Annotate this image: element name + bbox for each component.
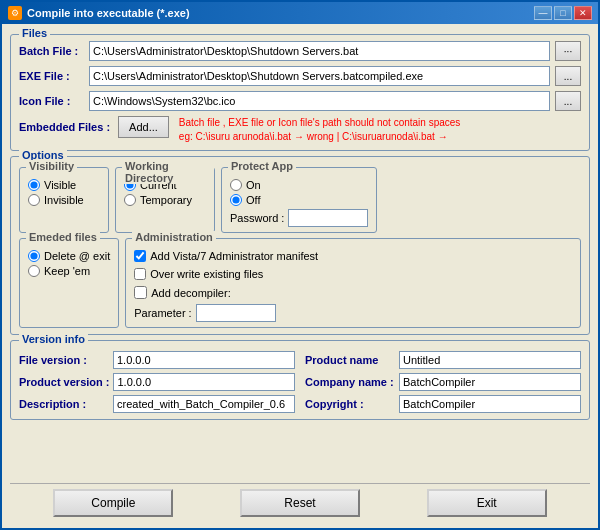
bottom-buttons: Compile Reset Exit [10,483,590,522]
password-input[interactable] [288,209,368,227]
company-name-row: Company name : [305,373,581,391]
version-left: File version : Product version : Descrip… [19,351,295,413]
temporary-radio[interactable] [124,194,136,206]
protect-on-label[interactable]: On [246,179,261,191]
batch-file-input[interactable] [89,41,550,61]
copyright-input[interactable] [399,395,581,413]
product-version-input[interactable] [113,373,295,391]
batch-file-row: Batch File : ··· [19,41,581,61]
minimize-button[interactable]: — [534,6,552,20]
delete-exit-label[interactable]: Delete @ exit [44,250,110,262]
reset-button[interactable]: Reset [240,489,360,517]
close-button[interactable]: ✕ [574,6,592,20]
visibility-options: Visible Invisible [28,179,100,206]
copyright-row: Copyright : [305,395,581,413]
maximize-button[interactable]: □ [554,6,572,20]
title-buttons: — □ ✕ [534,6,592,20]
exe-file-row: EXE File : ... [19,66,581,86]
invisible-label[interactable]: Invisible [44,194,84,206]
protect-app-label: Protect App [228,160,296,172]
compile-button[interactable]: Compile [53,489,173,517]
options-group: Options Visibility Visible Invisible [10,156,590,335]
files-group: Files Batch File : ··· EXE File : ... Ic… [10,34,590,151]
visibility-group: Visibility Visible Invisible [19,167,109,233]
delete-exit-option: Delete @ exit [28,250,110,262]
title-bar-left: ⚙ Compile into executable (*.exe) [8,6,190,20]
description-row: Description : [19,395,295,413]
product-name-input[interactable] [399,351,581,369]
overwrite-checkbox[interactable] [134,268,146,280]
product-version-label: Product version : [19,376,109,388]
version-info-group: Version info File version : Product vers… [10,340,590,420]
product-name-row: Product name [305,351,581,369]
protect-on-radio[interactable] [230,179,242,191]
visible-radio[interactable] [28,179,40,191]
visibility-label: Visibility [26,160,77,172]
exe-file-input[interactable] [89,66,550,86]
overwrite-label[interactable]: Over write existing files [150,268,263,280]
protect-on-option: On [230,179,368,191]
protect-app-options: On Off Password : [230,179,368,227]
copyright-label: Copyright : [305,398,395,410]
file-version-input[interactable] [113,351,295,369]
warning-text: Batch file , EXE file or Icon file's pat… [179,117,461,142]
batch-file-browse-button[interactable]: ··· [555,41,581,61]
embedded-files-options: Delete @ exit Keep 'em [28,250,110,277]
title-bar: ⚙ Compile into executable (*.exe) — □ ✕ [2,2,598,24]
decompiler-label[interactable]: Add decompiler: [151,287,231,299]
exe-file-label: EXE File : [19,70,84,82]
company-name-label: Company name : [305,376,395,388]
parameter-input[interactable] [196,304,276,322]
version-right: Product name Company name : Copyright : [305,351,581,413]
vista-manifest-checkbox[interactable] [134,250,146,262]
icon-file-input[interactable] [89,91,550,111]
exit-button[interactable]: Exit [427,489,547,517]
decompiler-row: Add decompiler: [134,286,572,299]
invisible-option: Invisible [28,194,100,206]
decompiler-checkbox[interactable] [134,286,147,299]
protect-off-label[interactable]: Off [246,194,260,206]
delete-exit-radio[interactable] [28,250,40,262]
administration-group: Administration Add Vista/7 Administrator… [125,238,581,328]
keep-em-label[interactable]: Keep 'em [44,265,90,277]
description-input[interactable] [113,395,295,413]
product-name-label: Product name [305,354,395,366]
product-version-row: Product version : [19,373,295,391]
icon-file-label: Icon File : [19,95,84,107]
icon-file-browse-button[interactable]: ... [555,91,581,111]
options-row: Visibility Visible Invisible W [19,167,581,233]
invisible-radio[interactable] [28,194,40,206]
keep-em-radio[interactable] [28,265,40,277]
embedded-files-label: Embedded Files : [19,121,110,133]
version-info-title: Version info [19,333,88,345]
file-version-row: File version : [19,351,295,369]
window-title: Compile into executable (*.exe) [27,7,190,19]
parameter-row: Parameter : [134,304,572,322]
icon-file-row: Icon File : ... [19,91,581,111]
parameter-label: Parameter : [134,307,191,319]
add-button[interactable]: Add... [118,116,169,138]
exe-file-browse-button[interactable]: ... [555,66,581,86]
embedded-files-group-title: Emeded files [26,231,100,243]
company-name-input[interactable] [399,373,581,391]
password-row: Password : [230,209,368,227]
protect-off-radio[interactable] [230,194,242,206]
password-label: Password : [230,212,284,224]
keep-em-option: Keep 'em [28,265,110,277]
visible-label[interactable]: Visible [44,179,76,191]
window-icon: ⚙ [8,6,22,20]
vista-manifest-option: Add Vista/7 Administrator manifest [134,250,572,262]
main-content: Files Batch File : ··· EXE File : ... Ic… [2,24,598,528]
batch-file-label: Batch File : [19,45,84,57]
file-version-label: File version : [19,354,109,366]
admin-options: Add Vista/7 Administrator manifest Over … [134,250,572,322]
version-grid: File version : Product version : Descrip… [19,351,581,413]
visible-option: Visible [28,179,100,191]
files-group-title: Files [19,27,50,39]
vista-manifest-label[interactable]: Add Vista/7 Administrator manifest [150,250,318,262]
protect-app-group: Protect App On Off Password : [221,167,377,233]
protect-off-option: Off [230,194,368,206]
temporary-label[interactable]: Temporary [140,194,192,206]
working-dir-label: Working Directory [122,160,214,184]
main-window: ⚙ Compile into executable (*.exe) — □ ✕ … [0,0,600,530]
